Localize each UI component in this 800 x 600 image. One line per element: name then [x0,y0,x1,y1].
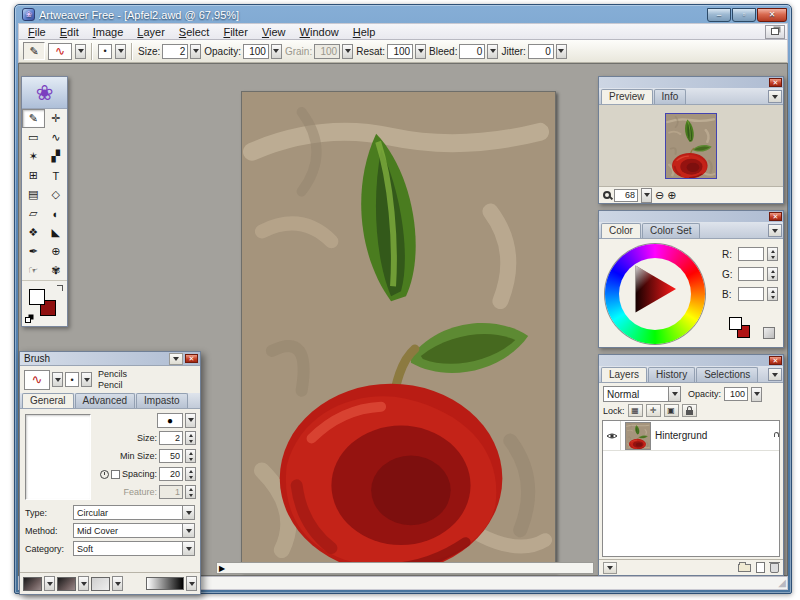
green-input[interactable] [738,267,764,281]
lock-all-button[interactable] [682,404,697,417]
scroll-left-icon[interactable]: ▶ [219,564,225,573]
blue-spinner[interactable] [767,287,778,301]
shape-tool[interactable]: ◇ [45,185,68,204]
bleed-input[interactable]: 0 [459,44,485,59]
preview-zoom-value[interactable]: 68 [614,189,638,202]
opacity-dropdown[interactable] [271,44,282,59]
tab-selections[interactable]: Selections [696,367,758,382]
brush-tip-button[interactable]: • [98,44,112,59]
eraser-tool[interactable]: ▱ [22,204,45,223]
brush-category-select[interactable]: Soft [73,541,195,556]
magic-wand-tool[interactable]: ✶ [22,147,45,166]
close-icon[interactable]: ✕ [769,212,782,221]
zoom-in-icon[interactable]: ⊕ [667,190,676,201]
menu-help[interactable]: Help [346,25,383,39]
color-picker-icon[interactable] [763,327,775,339]
brush-preset-preview[interactable]: ∿ [48,43,72,60]
foreground-color-swatch[interactable] [29,289,45,305]
brush-type-select[interactable]: Circular [73,505,195,520]
smudge-tool[interactable]: ❖ [22,223,45,242]
size-input[interactable]: 2 [162,44,188,59]
brush-dot-button[interactable]: • [65,372,79,387]
canvas[interactable] [241,91,556,571]
red-spinner[interactable] [767,247,778,261]
new-layer-icon[interactable] [756,562,765,573]
tab-impasto[interactable]: Impasto [136,393,188,408]
horizontal-scrollbar[interactable]: ▶ [216,562,594,574]
stroke-texture-dropdown[interactable] [44,576,55,591]
red-input[interactable] [738,247,764,261]
stroke-texture-thumb[interactable] [23,577,42,591]
new-group-icon[interactable] [738,564,751,572]
brush-method-select[interactable]: Mid Cover [73,523,195,538]
layer-row[interactable]: Hintergrund [603,421,779,451]
lock-position-button[interactable]: ✛ [646,404,661,417]
hand-tool[interactable]: ☞ [22,261,45,280]
brush-dot-dropdown[interactable] [81,372,92,387]
close-button[interactable]: ✕ [757,8,787,22]
brush-spacing-spinner[interactable] [185,467,196,481]
close-icon[interactable]: ✕ [185,354,198,363]
bleed-dropdown[interactable] [487,44,498,59]
brush-panel-menu-button[interactable] [169,353,183,365]
brush-tip-dropdown[interactable] [115,44,126,59]
default-colors-icon[interactable] [25,317,31,323]
jitter-input[interactable]: 0 [528,44,554,59]
brush-tool[interactable]: ✎ [22,109,45,128]
brush-tip-shape-dropdown[interactable] [185,413,196,428]
foreground-color-swatch[interactable] [729,317,742,330]
blue-input[interactable] [738,287,764,301]
swap-colors-icon[interactable] [57,285,63,291]
lock-transparency-button[interactable]: ▦ [628,404,643,417]
layer-name[interactable]: Hintergrund [655,430,773,441]
menu-image[interactable]: Image [86,25,131,39]
tab-color-set[interactable]: Color Set [642,223,700,238]
stroke-texture-thumb[interactable] [57,577,76,591]
rect-select-tool[interactable]: ▭ [22,128,45,147]
brush-size-input[interactable]: 2 [159,431,183,445]
layer-thumbnail[interactable] [625,422,651,450]
spacing-checkbox[interactable] [111,470,120,479]
text-tool[interactable]: T [45,166,68,185]
tab-info[interactable]: Info [654,89,687,104]
clone-stamp-tool[interactable]: ◐ [45,204,68,223]
size-dropdown[interactable] [190,44,201,59]
opacity-input[interactable]: 100 [243,44,269,59]
layers-opacity-dropdown[interactable] [751,387,762,402]
tab-general[interactable]: General [22,393,74,408]
menu-view[interactable]: View [255,25,293,39]
lock-image-button[interactable]: ▣ [664,404,679,417]
preview-thumbnail[interactable] [665,113,717,179]
stroke-texture-dropdown[interactable] [78,576,89,591]
maximize-button[interactable]: ▫ [732,8,756,22]
delete-layer-icon[interactable] [770,563,779,573]
menu-filter[interactable]: Filter [216,25,254,39]
panel-menu-button[interactable] [768,224,782,237]
close-icon[interactable]: ✕ [769,78,782,87]
crop-tool[interactable]: ▞ [45,147,68,166]
menu-file[interactable]: File [21,25,53,39]
tab-layers[interactable]: Layers [601,367,647,382]
menu-select[interactable]: Select [172,25,217,39]
zoom-out-icon[interactable]: ⊖ [655,190,664,201]
gradient-preview[interactable] [146,577,184,590]
airbrush-tool[interactable]: ✾ [45,261,68,280]
preview-zoom-dropdown[interactable] [641,188,652,203]
current-tool-button[interactable]: ✎ [23,42,45,60]
layer-visibility-toggle[interactable] [603,421,621,450]
gradient-tool[interactable]: ▤ [22,185,45,204]
brush-min-size-input[interactable]: 50 [159,449,183,463]
brush-stroke-preview[interactable]: ∿ [24,370,50,390]
close-icon[interactable]: ✕ [769,356,782,365]
gradient-dropdown[interactable] [186,576,197,591]
green-spinner[interactable] [767,267,778,281]
minimize-button[interactable]: – [707,8,731,22]
brush-spacing-input[interactable]: 20 [159,467,183,481]
document-restore-button[interactable] [765,25,785,39]
zoom-tool[interactable]: ⊕ [45,242,68,261]
move-tool[interactable]: ✛ [45,109,68,128]
resat-input[interactable]: 100 [387,44,413,59]
brush-min-size-spinner[interactable] [185,449,196,463]
stroke-texture-thumb[interactable] [91,577,110,591]
tab-preview[interactable]: Preview [601,89,653,104]
